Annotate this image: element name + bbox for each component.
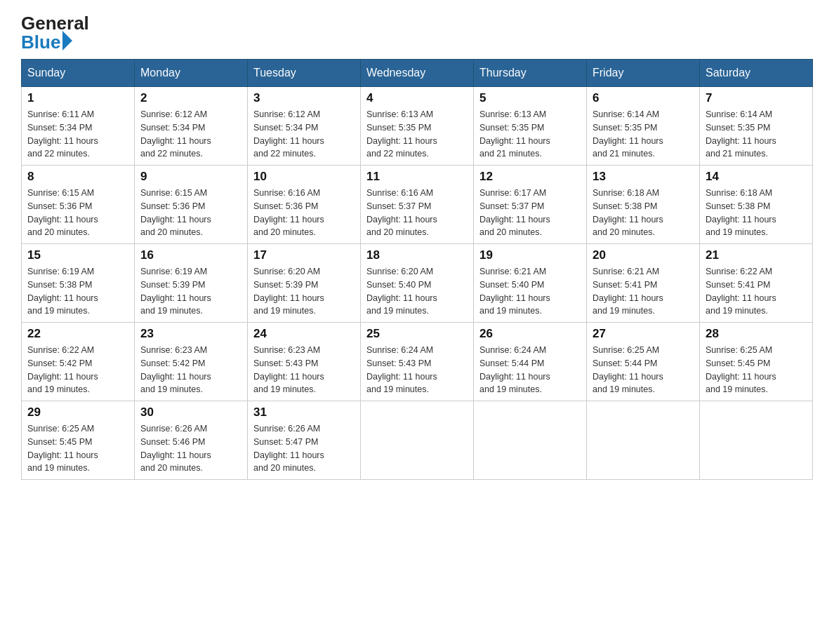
day-number: 21 — [706, 248, 807, 262]
calendar-cell: 27 Sunrise: 6:25 AM Sunset: 5:44 PM Dayl… — [587, 323, 700, 401]
calendar-cell: 23 Sunrise: 6:23 AM Sunset: 5:42 PM Dayl… — [135, 323, 248, 401]
calendar-cell: 8 Sunrise: 6:15 AM Sunset: 5:36 PM Dayli… — [22, 166, 135, 244]
day-number: 10 — [253, 170, 355, 184]
day-info: Sunrise: 6:23 AM Sunset: 5:43 PM Dayligh… — [253, 344, 355, 396]
day-number: 20 — [593, 248, 694, 262]
day-info: Sunrise: 6:13 AM Sunset: 5:35 PM Dayligh… — [366, 108, 468, 161]
calendar-cell: 12 Sunrise: 6:17 AM Sunset: 5:37 PM Dayl… — [474, 166, 587, 244]
day-info: Sunrise: 6:16 AM Sunset: 5:37 PM Dayligh… — [366, 187, 468, 239]
day-number: 22 — [27, 327, 128, 341]
header-tuesday: Tuesday — [248, 60, 361, 87]
day-info: Sunrise: 6:25 AM Sunset: 5:45 PM Dayligh… — [27, 422, 128, 475]
calendar-cell: 29 Sunrise: 6:25 AM Sunset: 5:45 PM Dayl… — [22, 401, 135, 480]
day-info: Sunrise: 6:18 AM Sunset: 5:38 PM Dayligh… — [593, 187, 694, 239]
calendar-cell: 11 Sunrise: 6:16 AM Sunset: 5:37 PM Dayl… — [361, 166, 474, 244]
day-number: 19 — [479, 248, 581, 262]
day-info: Sunrise: 6:19 AM Sunset: 5:39 PM Dayligh… — [140, 265, 241, 318]
calendar-cell: 4 Sunrise: 6:13 AM Sunset: 5:35 PM Dayli… — [361, 87, 474, 166]
calendar-week-row: 22 Sunrise: 6:22 AM Sunset: 5:42 PM Dayl… — [22, 323, 813, 401]
day-number: 7 — [706, 91, 807, 105]
calendar-cell: 24 Sunrise: 6:23 AM Sunset: 5:43 PM Dayl… — [248, 323, 361, 401]
day-info: Sunrise: 6:14 AM Sunset: 5:35 PM Dayligh… — [593, 108, 694, 161]
day-info: Sunrise: 6:11 AM Sunset: 5:34 PM Dayligh… — [27, 108, 128, 161]
calendar-cell: 21 Sunrise: 6:22 AM Sunset: 5:41 PM Dayl… — [700, 244, 813, 323]
day-number: 24 — [253, 327, 355, 341]
calendar-cell: 16 Sunrise: 6:19 AM Sunset: 5:39 PM Dayl… — [135, 244, 248, 323]
day-number: 14 — [706, 170, 807, 184]
logo-triangle-icon — [62, 31, 72, 51]
day-number: 29 — [27, 405, 128, 420]
calendar-cell: 30 Sunrise: 6:26 AM Sunset: 5:46 PM Dayl… — [135, 401, 248, 480]
calendar-cell: 26 Sunrise: 6:24 AM Sunset: 5:44 PM Dayl… — [474, 323, 587, 401]
day-number: 18 — [366, 248, 468, 262]
day-info: Sunrise: 6:26 AM Sunset: 5:47 PM Dayligh… — [253, 422, 355, 475]
calendar-week-row: 8 Sunrise: 6:15 AM Sunset: 5:36 PM Dayli… — [22, 166, 813, 244]
day-number: 13 — [593, 170, 694, 184]
header-friday: Friday — [587, 60, 700, 87]
calendar-cell: 25 Sunrise: 6:24 AM Sunset: 5:43 PM Dayl… — [361, 323, 474, 401]
header-wednesday: Wednesday — [361, 60, 474, 87]
calendar-cell: 6 Sunrise: 6:14 AM Sunset: 5:35 PM Dayli… — [587, 87, 700, 166]
logo-blue-text: Blue — [21, 33, 60, 51]
calendar-cell: 31 Sunrise: 6:26 AM Sunset: 5:47 PM Dayl… — [248, 401, 361, 480]
day-info: Sunrise: 6:20 AM Sunset: 5:40 PM Dayligh… — [366, 265, 468, 318]
calendar-cell: 13 Sunrise: 6:18 AM Sunset: 5:38 PM Dayl… — [587, 166, 700, 244]
day-number: 31 — [253, 405, 355, 420]
calendar-header: Sunday Monday Tuesday Wednesday Thursday… — [22, 60, 813, 87]
day-info: Sunrise: 6:12 AM Sunset: 5:34 PM Dayligh… — [253, 108, 355, 161]
calendar-cell: 17 Sunrise: 6:20 AM Sunset: 5:39 PM Dayl… — [248, 244, 361, 323]
day-number: 17 — [253, 248, 355, 262]
header-sunday: Sunday — [22, 60, 135, 87]
header-monday: Monday — [135, 60, 248, 87]
calendar-cell: 15 Sunrise: 6:19 AM Sunset: 5:38 PM Dayl… — [22, 244, 135, 323]
day-info: Sunrise: 6:25 AM Sunset: 5:45 PM Dayligh… — [706, 344, 807, 396]
calendar-cell: 10 Sunrise: 6:16 AM Sunset: 5:36 PM Dayl… — [248, 166, 361, 244]
header-thursday: Thursday — [474, 60, 587, 87]
day-number: 6 — [593, 91, 694, 105]
day-number: 27 — [593, 327, 694, 341]
calendar-week-row: 29 Sunrise: 6:25 AM Sunset: 5:45 PM Dayl… — [22, 401, 813, 480]
day-info: Sunrise: 6:21 AM Sunset: 5:40 PM Dayligh… — [479, 265, 581, 318]
logo-general-text: General — [21, 14, 89, 32]
day-number: 26 — [479, 327, 581, 341]
day-number: 23 — [140, 327, 241, 341]
calendar-cell: 2 Sunrise: 6:12 AM Sunset: 5:34 PM Dayli… — [135, 87, 248, 166]
calendar-cell — [361, 401, 474, 480]
day-number: 8 — [27, 170, 128, 184]
day-number: 4 — [366, 91, 468, 105]
day-number: 5 — [479, 91, 581, 105]
day-number: 15 — [27, 248, 128, 262]
day-info: Sunrise: 6:15 AM Sunset: 5:36 PM Dayligh… — [140, 187, 241, 239]
day-number: 1 — [27, 91, 128, 105]
calendar-cell — [587, 401, 700, 480]
day-info: Sunrise: 6:23 AM Sunset: 5:42 PM Dayligh… — [140, 344, 241, 396]
calendar-cell: 9 Sunrise: 6:15 AM Sunset: 5:36 PM Dayli… — [135, 166, 248, 244]
day-info: Sunrise: 6:24 AM Sunset: 5:43 PM Dayligh… — [366, 344, 468, 396]
day-number: 30 — [140, 405, 241, 420]
day-info: Sunrise: 6:26 AM Sunset: 5:46 PM Dayligh… — [140, 422, 241, 475]
day-info: Sunrise: 6:14 AM Sunset: 5:35 PM Dayligh… — [706, 108, 807, 161]
page-header: General Blue — [21, 14, 813, 52]
day-info: Sunrise: 6:21 AM Sunset: 5:41 PM Dayligh… — [593, 265, 694, 318]
calendar-cell — [700, 401, 813, 480]
calendar-cell: 18 Sunrise: 6:20 AM Sunset: 5:40 PM Dayl… — [361, 244, 474, 323]
day-info: Sunrise: 6:15 AM Sunset: 5:36 PM Dayligh… — [27, 187, 128, 239]
day-info: Sunrise: 6:16 AM Sunset: 5:36 PM Dayligh… — [253, 187, 355, 239]
day-info: Sunrise: 6:13 AM Sunset: 5:35 PM Dayligh… — [479, 108, 581, 161]
calendar-cell — [474, 401, 587, 480]
day-info: Sunrise: 6:12 AM Sunset: 5:34 PM Dayligh… — [140, 108, 241, 161]
day-number: 3 — [253, 91, 355, 105]
day-number: 12 — [479, 170, 581, 184]
day-info: Sunrise: 6:22 AM Sunset: 5:42 PM Dayligh… — [27, 344, 128, 396]
header-saturday: Saturday — [700, 60, 813, 87]
day-info: Sunrise: 6:25 AM Sunset: 5:44 PM Dayligh… — [593, 344, 694, 396]
calendar-cell: 3 Sunrise: 6:12 AM Sunset: 5:34 PM Dayli… — [248, 87, 361, 166]
day-number: 16 — [140, 248, 241, 262]
calendar-week-row: 15 Sunrise: 6:19 AM Sunset: 5:38 PM Dayl… — [22, 244, 813, 323]
calendar-table: Sunday Monday Tuesday Wednesday Thursday… — [21, 59, 813, 480]
calendar-cell: 22 Sunrise: 6:22 AM Sunset: 5:42 PM Dayl… — [22, 323, 135, 401]
weekday-header-row: Sunday Monday Tuesday Wednesday Thursday… — [22, 60, 813, 87]
day-number: 28 — [706, 327, 807, 341]
day-info: Sunrise: 6:17 AM Sunset: 5:37 PM Dayligh… — [479, 187, 581, 239]
calendar-cell: 28 Sunrise: 6:25 AM Sunset: 5:45 PM Dayl… — [700, 323, 813, 401]
